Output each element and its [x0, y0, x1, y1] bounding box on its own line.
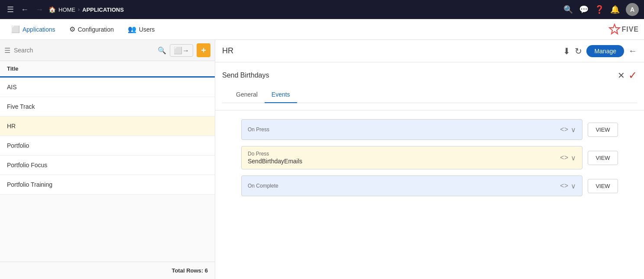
tab-events[interactable]: Events [265, 87, 297, 103]
refresh-icon[interactable]: ↻ [575, 46, 582, 56]
event-field-content-on_complete: On Complete [248, 183, 560, 189]
table-row[interactable]: HR [0, 117, 215, 136]
event-field-on_complete[interactable]: On Complete<>∨ [241, 175, 583, 196]
event-icons-do_press: <>∨ [560, 154, 576, 162]
five-text: FIVE [621, 26, 639, 33]
table-row[interactable]: Portfolio [0, 136, 215, 156]
subnav-applications-label: Applications [23, 26, 55, 33]
topbar: ☰ ← → 🏠 HOME › APPLICATIONS 🔍 💬 ❓ 🔔 A [0, 0, 644, 19]
home-label[interactable]: HOME [58, 6, 75, 13]
tab-events-label: Events [272, 91, 290, 98]
close-button[interactable]: ✕ [618, 69, 625, 81]
right-panel: HR ⬇ ↻ Manage ← Send Birthdays ✕ ✓ Gener… [215, 40, 644, 279]
search-icon[interactable]: 🔍 [158, 46, 166, 55]
event-value-do_press: SendBirthdayEmails [248, 158, 560, 165]
event-field-content-do_press: Do PressSendBirthdayEmails [248, 151, 560, 165]
form-area: Send Birthdays ✕ ✓ General Events [215, 62, 644, 110]
back-button[interactable]: ← [19, 3, 30, 16]
avatar[interactable]: A [626, 3, 639, 16]
event-row-on_press: On Press<>∨VIEW [241, 119, 618, 140]
view-button-do_press[interactable]: VIEW [588, 151, 618, 165]
event-field-content-on_press: On Press [248, 127, 560, 133]
table-row[interactable]: Portfolio Focus [0, 156, 215, 175]
search-globe-icon[interactable]: 🔍 [563, 5, 573, 14]
search-input[interactable] [14, 47, 154, 54]
form-title: Send Birthdays [222, 71, 618, 79]
event-label-on_complete: On Complete [248, 183, 560, 189]
breadcrumb-chevron: › [78, 6, 80, 13]
five-logo: FIVE [608, 23, 639, 36]
table-rows: AISFive TrackHRPortfolioPortfolio FocusP… [0, 78, 215, 195]
table-title-label: Title [7, 65, 19, 72]
menu-icon[interactable]: ☰ [5, 3, 16, 16]
subnav-configuration-label: Configuration [78, 26, 114, 33]
notification-icon[interactable]: 🔔 [610, 5, 620, 14]
event-label-on_press: On Press [248, 127, 560, 133]
code-icon-on_complete[interactable]: <> [560, 182, 568, 190]
event-icons-on_press: <>∨ [560, 126, 576, 134]
event-icons-on_complete: <>∨ [560, 182, 576, 190]
forward-button[interactable]: → [34, 3, 45, 16]
expand-icon-do_press[interactable]: ∨ [571, 154, 576, 162]
subnav: ⬜ Applications ⚙ Configuration 👥 Users F… [0, 19, 644, 40]
breadcrumb: 🏠 HOME › APPLICATIONS [49, 6, 124, 13]
current-page-label: APPLICATIONS [82, 6, 124, 13]
topbar-left: ☰ ← → 🏠 HOME › APPLICATIONS [5, 3, 560, 16]
form-actions: ✕ ✓ [618, 69, 637, 81]
table-row[interactable]: Five Track [0, 97, 215, 117]
subnav-item-users[interactable]: 👥 Users [122, 22, 161, 37]
filter-icon[interactable]: ☰ [4, 46, 10, 55]
right-panel-header: HR ⬇ ↻ Manage ← [215, 40, 644, 62]
event-field-on_press[interactable]: On Press<>∨ [241, 119, 583, 140]
configuration-icon: ⚙ [69, 25, 75, 33]
table-row[interactable]: Portfolio Training [0, 175, 215, 195]
subnav-users-label: Users [139, 26, 155, 33]
manage-button[interactable]: Manage [586, 45, 624, 57]
subnav-item-applications[interactable]: ⬜ Applications [5, 22, 61, 37]
export-button[interactable]: ⬜→ [170, 44, 193, 57]
applications-icon: ⬜ [11, 25, 20, 33]
help-icon[interactable]: ❓ [595, 5, 604, 14]
search-bar: ☰ 🔍 ⬜→ + [0, 40, 215, 61]
tabs: General Events [222, 87, 637, 103]
home-icon: 🏠 [49, 6, 56, 13]
code-icon-do_press[interactable]: <> [560, 154, 568, 162]
table-row[interactable]: AIS [0, 78, 215, 97]
collapse-icon[interactable]: ← [628, 46, 637, 56]
save-button[interactable]: ✓ [628, 69, 637, 81]
view-button-on_complete[interactable]: VIEW [588, 179, 618, 193]
form-title-row: Send Birthdays ✕ ✓ [222, 69, 637, 81]
left-panel: ☰ 🔍 ⬜→ + Title AISFive TrackHRPortfolioP… [0, 40, 215, 279]
total-rows-label: Total Rows: 6 [172, 267, 208, 274]
users-icon: 👥 [128, 25, 136, 33]
right-header-actions: ⬇ ↻ Manage ← [563, 45, 637, 57]
main-content: ☰ 🔍 ⬜→ + Title AISFive TrackHRPortfolioP… [0, 40, 644, 279]
right-panel-title: HR [222, 46, 558, 55]
event-row-on_complete: On Complete<>∨VIEW [241, 175, 618, 196]
event-field-do_press[interactable]: Do PressSendBirthdayEmails<>∨ [241, 146, 583, 169]
tab-general-label: General [236, 91, 258, 98]
chat-icon[interactable]: 💬 [579, 5, 589, 14]
table-header: Title [0, 61, 215, 78]
expand-icon-on_complete[interactable]: ∨ [571, 182, 576, 190]
svg-marker-0 [609, 24, 620, 34]
table-footer: Total Rows: 6 [0, 262, 215, 279]
event-label-do_press: Do Press [248, 151, 560, 157]
view-button-on_press[interactable]: VIEW [588, 123, 618, 137]
add-button[interactable]: + [197, 43, 210, 57]
subnav-item-configuration[interactable]: ⚙ Configuration [63, 22, 120, 37]
expand-icon-on_press[interactable]: ∨ [571, 126, 576, 134]
code-icon-on_press[interactable]: <> [560, 126, 568, 133]
five-logo-icon [608, 23, 621, 36]
tab-general[interactable]: General [229, 87, 265, 103]
event-row-do_press: Do PressSendBirthdayEmails<>∨VIEW [241, 146, 618, 169]
topbar-right: 🔍 💬 ❓ 🔔 A [563, 3, 639, 16]
events-content: On Press<>∨VIEWDo PressSendBirthdayEmail… [215, 110, 644, 279]
download-icon[interactable]: ⬇ [563, 46, 570, 56]
